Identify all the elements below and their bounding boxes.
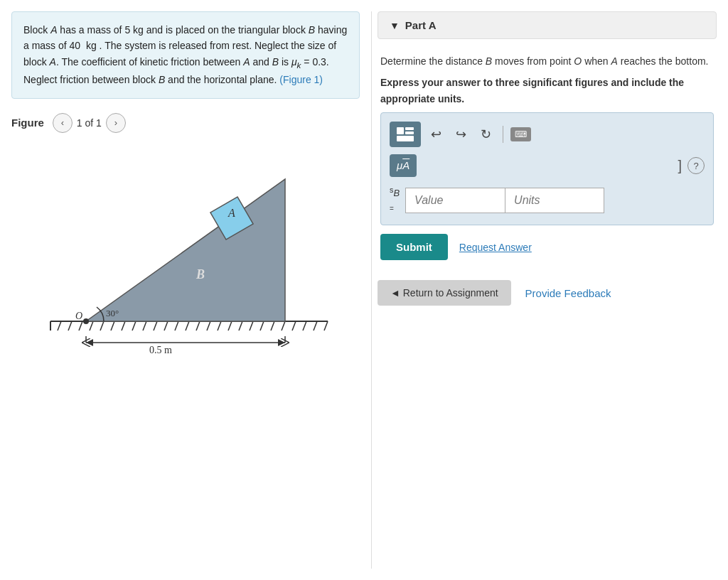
svg-line-13 [175,321,178,331]
svg-line-4 [79,321,82,331]
mu-row: μA ] ? [390,154,705,177]
answer-box: ↩ ↪ ↻ ⌨ μA ] ? sB [380,112,714,225]
svg-line-17 [218,321,221,331]
svg-line-16 [207,321,210,331]
svg-line-26 [314,321,317,331]
svg-text:O: O [75,311,82,321]
svg-line-9 [132,321,136,331]
svg-line-15 [196,321,200,331]
svg-text:30°: 30° [106,308,119,318]
svg-line-22 [271,321,274,331]
sb-label: sB = [390,184,400,216]
units-input[interactable] [505,188,604,213]
block-a-ref3: A [243,56,250,68]
svg-line-6 [100,321,104,331]
block-b-ref3: B [159,74,165,85]
figure-nav: ‹ 1 of 1 › [53,113,126,133]
keyboard-button[interactable]: ⌨ [510,127,531,141]
svg-line-10 [143,321,146,331]
part-header: ▼ Part A [378,11,717,39]
question-text: Determine the distance B moves from poin… [380,53,714,69]
svg-text:0.5 m: 0.5 m [149,345,172,355]
instruction-text: Express your answer to three significant… [380,75,714,107]
svg-point-33 [83,318,89,324]
block-a-ref2: A [50,56,56,68]
problem-text: Block A has a mass of 5 kg and is placed… [23,24,347,85]
page-indicator: 1 of 1 [77,117,102,129]
block-b-ref2: B [272,56,279,68]
svg-line-23 [282,321,285,331]
svg-rect-43 [405,131,414,134]
svg-line-19 [239,321,242,331]
figure-link[interactable]: (Figure 1) [279,74,323,85]
svg-line-5 [90,321,93,331]
refresh-button[interactable]: ↻ [476,124,496,145]
submit-button[interactable]: Submit [380,234,448,260]
toolbar-separator [503,126,503,143]
block-b-ref: B [309,24,315,36]
provide-feedback-button[interactable]: Provide Feedback [525,287,611,299]
svg-marker-39 [278,339,285,346]
svg-text:B: B [196,267,205,281]
figure-label: Figure [11,117,44,129]
figure-next-button[interactable]: › [106,113,126,133]
undo-button[interactable]: ↩ [427,124,446,145]
left-panel: Block A has a mass of 5 kg and is placed… [11,11,360,569]
figure-prev-button[interactable]: ‹ [53,113,73,133]
svg-line-18 [228,321,232,331]
input-row: sB = [390,184,705,216]
help-button[interactable]: ? [687,157,705,174]
request-answer-button[interactable]: Request Answer [459,242,532,253]
svg-line-14 [186,321,189,331]
part-title: Part A [405,19,437,31]
svg-line-2 [58,321,61,331]
svg-line-20 [250,321,253,331]
svg-rect-44 [397,136,414,141]
point-o-question: O [574,55,582,67]
svg-marker-28 [86,179,285,321]
toolbar: ↩ ↪ ↻ ⌨ [390,122,705,147]
svg-line-7 [111,321,114,331]
svg-line-24 [292,321,296,331]
svg-line-8 [122,321,125,331]
block-a-question: A [611,55,618,67]
svg-text:A: A [228,207,235,219]
svg-line-21 [260,321,264,331]
layout-icon[interactable] [390,122,421,147]
value-input[interactable] [405,188,505,213]
figure-header: Figure ‹ 1 of 1 › [11,113,360,133]
mu-symbol: μA [390,154,417,177]
part-content: Determine the distance B moves from poin… [378,50,717,263]
mu-right: ] ? [678,154,705,177]
svg-line-12 [164,321,168,331]
svg-line-11 [154,321,157,331]
svg-line-3 [68,321,72,331]
block-b-question: B [486,55,492,67]
redo-button[interactable]: ↪ [451,124,471,145]
figure-section: Figure ‹ 1 of 1 › [11,113,360,367]
problem-statement: Block A has a mass of 5 kg and is placed… [11,11,360,99]
svg-line-27 [324,321,328,331]
bracket-symbol: ] [678,154,682,177]
figure-drawing: A B 30° O [22,140,349,367]
part-collapse-arrow[interactable]: ▼ [390,20,400,31]
svg-rect-42 [405,127,414,130]
right-panel: ▼ Part A Determine the distance B moves … [371,11,717,569]
bottom-actions: ◄ Return to Assignment Provide Feedback [378,280,717,306]
action-row: Submit Request Answer [380,234,714,260]
return-to-assignment-button[interactable]: ◄ Return to Assignment [378,280,511,306]
block-a-ref: A [50,24,57,36]
svg-marker-38 [86,339,93,346]
svg-rect-41 [397,127,404,134]
svg-line-25 [303,321,306,331]
